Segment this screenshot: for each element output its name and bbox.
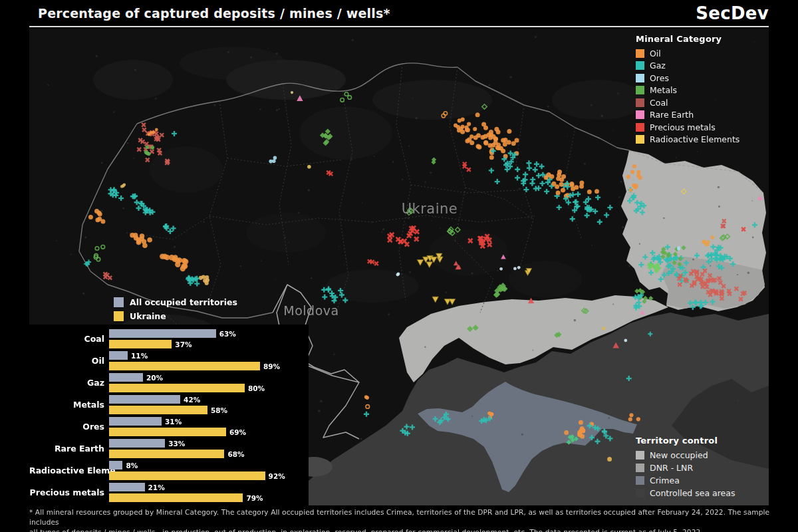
bar-value-label: 21% bbox=[148, 483, 165, 491]
mineral-legend-title: Mineral Category bbox=[636, 34, 739, 44]
footnote-line-2: all types of deposits / mines / wells - … bbox=[29, 527, 775, 532]
bar-ukraine[interactable]: 89% bbox=[109, 362, 280, 370]
bar-all-occupied-territories[interactable]: 11% bbox=[109, 351, 280, 360]
bar-ukraine[interactable]: 92% bbox=[109, 471, 285, 480]
legend-item-metals[interactable]: Metals bbox=[636, 84, 739, 97]
legend-item-crimea[interactable]: Crimea bbox=[636, 474, 735, 487]
header-divider bbox=[29, 26, 769, 27]
bar-ukraine[interactable]: 69% bbox=[109, 428, 246, 436]
bar-value-label: 37% bbox=[175, 340, 192, 348]
territory-control-legend: Territory control New occupiedDNR - LNRC… bbox=[636, 436, 735, 499]
bar-ukraine[interactable]: 79% bbox=[109, 493, 263, 502]
cluster-88-circle[interactable] bbox=[607, 457, 612, 462]
bar-value-label: 11% bbox=[131, 352, 148, 360]
legend-label: Controlled sea areas bbox=[650, 488, 735, 498]
bar-all-occupied-territories[interactable]: 31% bbox=[109, 417, 246, 426]
legend-label: Crimea bbox=[650, 475, 680, 485]
footnote: * All mineral resources grouped by Miner… bbox=[29, 507, 775, 532]
dashboard: UkraineMoldova Percentage of captured de… bbox=[0, 0, 798, 532]
bar-all-occupied-territories[interactable]: 21% bbox=[109, 483, 263, 491]
legend-item-all-occupied-territories[interactable]: All occupied territories bbox=[114, 297, 309, 307]
legend-item-ores[interactable]: Ores bbox=[636, 72, 739, 84]
legend-item-ukraine[interactable]: Ukraine bbox=[114, 311, 309, 321]
bar-segment[interactable] bbox=[109, 340, 172, 348]
chart-rows: Coal63%37%Oil11%89%Gaz20%80%Metals42%58%… bbox=[29, 325, 309, 508]
bar-value-label: 42% bbox=[184, 396, 200, 404]
legend-swatch bbox=[636, 74, 644, 82]
footnote-line-1: * All mineral resources grouped by Miner… bbox=[29, 507, 775, 527]
bar-segment[interactable] bbox=[109, 373, 143, 382]
legend-item-dnr-lnr[interactable]: DNR - LNR bbox=[636, 462, 735, 474]
legend-item-gaz[interactable]: Gaz bbox=[636, 60, 739, 72]
chart-category-label: Coal bbox=[29, 334, 109, 344]
bar-value-label: 92% bbox=[269, 472, 285, 480]
chart-row-ores: Ores31%69% bbox=[29, 416, 309, 438]
bar-all-occupied-territories[interactable]: 63% bbox=[109, 329, 236, 338]
legend-label: Ores bbox=[650, 73, 669, 83]
bar-segment[interactable] bbox=[109, 471, 265, 480]
chart-category-label: Rare Earth bbox=[29, 444, 109, 454]
bar-ukraine[interactable]: 37% bbox=[109, 340, 236, 348]
legend-item-rare-earth[interactable]: Rare Earth bbox=[636, 109, 739, 122]
bar-segment[interactable] bbox=[109, 483, 145, 491]
legend-item-coal[interactable]: Coal bbox=[636, 96, 739, 109]
legend-label: All occupied territories bbox=[130, 297, 237, 307]
legend-item-precious-metals[interactable]: Precious metals bbox=[636, 121, 739, 134]
chart-row-rare-earth: Rare Earth33%68% bbox=[29, 438, 309, 460]
chart-category-label: Precious metals bbox=[29, 487, 109, 497]
bar-segment[interactable] bbox=[109, 351, 128, 360]
bar-segment[interactable] bbox=[109, 384, 245, 392]
legend-label: Ukraine bbox=[130, 311, 166, 321]
legend-swatch bbox=[636, 476, 644, 485]
bar-ukraine[interactable]: 68% bbox=[109, 450, 245, 458]
cluster-72-circle[interactable] bbox=[624, 339, 627, 342]
bar-value-label: 63% bbox=[219, 330, 236, 338]
bar-all-occupied-territories[interactable]: 33% bbox=[109, 439, 245, 448]
bar-segment[interactable] bbox=[109, 329, 216, 338]
bar-value-label: 69% bbox=[229, 428, 246, 436]
bar-value-label: 58% bbox=[211, 406, 227, 414]
bar-segment[interactable] bbox=[109, 439, 165, 448]
cluster-75-circle[interactable] bbox=[602, 327, 606, 331]
cluster-21-circle[interactable] bbox=[291, 91, 293, 94]
legend-label: Coal bbox=[650, 98, 668, 108]
legend-item-new-occupied[interactable]: New occupied bbox=[636, 449, 735, 462]
legend-item-controlled-sea-areas[interactable]: Controlled sea areas bbox=[636, 487, 735, 499]
bar-segment[interactable] bbox=[109, 362, 260, 370]
bar-all-occupied-territories[interactable]: 8% bbox=[109, 461, 285, 469]
bar-all-occupied-territories[interactable]: 20% bbox=[109, 373, 265, 382]
legend-label: Precious metals bbox=[650, 122, 716, 132]
legend-swatch bbox=[636, 110, 644, 119]
legend-label: Radioactive Elements bbox=[650, 134, 739, 144]
bar-ukraine[interactable]: 80% bbox=[109, 384, 265, 392]
legend-swatch bbox=[636, 123, 644, 132]
chart-row-coal: Coal63%37% bbox=[29, 328, 309, 350]
bar-segment[interactable] bbox=[109, 461, 122, 469]
mineral-category-legend: Mineral Category OilGazOresMetalsCoalRar… bbox=[636, 34, 739, 146]
legend-swatch bbox=[636, 61, 644, 70]
bar-value-label: 8% bbox=[126, 462, 138, 469]
bar-all-occupied-territories[interactable]: 42% bbox=[109, 395, 227, 404]
bar-segment[interactable] bbox=[109, 428, 226, 436]
bar-ukraine[interactable]: 58% bbox=[109, 406, 227, 414]
legend-label: Oil bbox=[650, 49, 661, 59]
bar-value-label: 33% bbox=[168, 440, 185, 448]
legend-swatch bbox=[636, 86, 644, 94]
chart-category-label: Oil bbox=[29, 356, 109, 366]
chart-bar-group: 8%92% bbox=[109, 461, 285, 480]
bar-segment[interactable] bbox=[109, 395, 180, 404]
legend-label: New occupied bbox=[650, 450, 708, 460]
legend-swatch bbox=[636, 135, 644, 144]
legend-item-radioactive-elements[interactable]: Radioactive Elements bbox=[636, 134, 739, 146]
legend-item-oil[interactable]: Oil bbox=[636, 47, 739, 60]
chart-category-label: Gaz bbox=[29, 378, 109, 388]
bar-segment[interactable] bbox=[109, 417, 162, 426]
legend-swatch bbox=[114, 297, 124, 307]
legend-label: DNR - LNR bbox=[650, 463, 693, 473]
cluster-65-circle[interactable] bbox=[677, 246, 680, 250]
legend-label: Gaz bbox=[650, 61, 666, 70]
bar-segment[interactable] bbox=[109, 493, 243, 502]
bar-segment[interactable] bbox=[109, 450, 224, 458]
bar-segment[interactable] bbox=[109, 406, 207, 414]
cluster-23-circle[interactable] bbox=[307, 165, 311, 169]
